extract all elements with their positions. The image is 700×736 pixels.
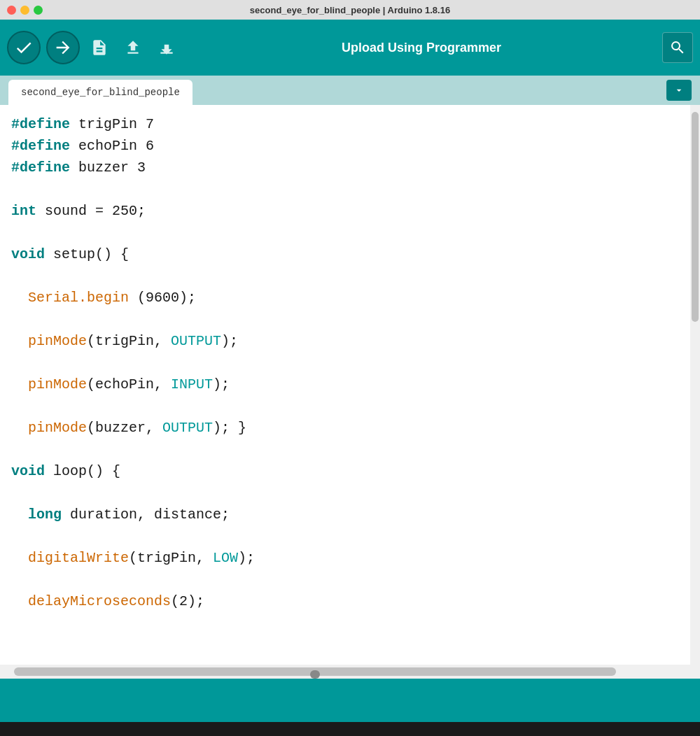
code-line-empty	[11, 395, 689, 417]
vertical-scrollbar[interactable]	[690, 105, 700, 665]
code-line: #define echoPin 6	[11, 135, 689, 157]
save-arrow-down-icon	[158, 38, 176, 57]
code-line-empty	[11, 222, 689, 243]
code-line: delayMicroseconds(2);	[11, 590, 689, 612]
vertical-scrollbar-thumb[interactable]	[692, 112, 699, 322]
code-line: Serial.begin (9600);	[11, 287, 689, 309]
checkmark-icon	[14, 38, 34, 57]
code-content: #define trigPin 7 #define echoPin 6 #def…	[0, 105, 700, 665]
code-line: pinMode(buzzer, OUTPUT); }	[11, 417, 689, 439]
bottom-black-panel	[0, 722, 700, 736]
code-line-empty	[11, 309, 689, 330]
open-arrow-up-icon	[124, 38, 142, 57]
maximize-button[interactable]	[34, 6, 43, 15]
code-line-empty	[11, 525, 689, 547]
window-title: second_eye_for_blind_people | Arduino 1.…	[250, 5, 450, 15]
document-icon	[90, 38, 108, 57]
toolbar: Upload Using Programmer	[0, 20, 700, 76]
code-line: pinMode(trigPin, OUTPUT);	[11, 330, 689, 352]
open-button[interactable]	[119, 34, 147, 62]
code-line-empty	[11, 178, 689, 200]
editor-area[interactable]: #define trigPin 7 #define echoPin 6 #def…	[0, 105, 700, 679]
active-tab[interactable]: second_eye_for_blind_people	[8, 80, 192, 105]
minimize-button[interactable]	[20, 6, 29, 15]
bottom-teal-panel	[0, 679, 700, 722]
horizontal-scrollbar-thumb[interactable]	[14, 667, 616, 676]
horizontal-scrollbar[interactable]	[0, 665, 700, 679]
window-controls[interactable]	[7, 6, 43, 15]
code-line-empty	[11, 569, 689, 590]
code-line-empty	[11, 439, 689, 460]
code-line: #define buzzer 3	[11, 157, 689, 178]
horizontal-scrollbar-indicator	[310, 670, 320, 679]
code-line: long duration, distance;	[11, 504, 689, 525]
search-button[interactable]	[662, 32, 693, 63]
tabs-dropdown-button[interactable]	[666, 80, 692, 101]
code-line-empty	[11, 265, 689, 287]
code-line: #define trigPin 7	[11, 113, 689, 135]
code-line: int sound = 250;	[11, 200, 689, 222]
close-button[interactable]	[7, 6, 16, 15]
code-line: digitalWrite(trigPin, LOW);	[11, 547, 689, 569]
search-icon	[669, 39, 686, 56]
new-sketch-button[interactable]	[85, 34, 113, 62]
tabs-bar: second_eye_for_blind_people	[0, 76, 700, 105]
code-line: void setup() {	[11, 243, 689, 265]
code-line-empty	[11, 352, 689, 374]
upload-button[interactable]	[46, 31, 80, 64]
toolbar-title: Upload Using Programmer	[186, 41, 657, 55]
chevron-down-icon	[673, 85, 685, 96]
code-line-empty	[11, 482, 689, 504]
upload-arrow-icon	[53, 38, 73, 57]
tab-label: second_eye_for_blind_people	[21, 87, 180, 98]
save-button[interactable]	[153, 34, 181, 62]
code-line: pinMode(echoPin, INPUT);	[11, 374, 689, 395]
title-bar: second_eye_for_blind_people | Arduino 1.…	[0, 0, 700, 20]
verify-button[interactable]	[7, 31, 41, 64]
code-line: void loop() {	[11, 460, 689, 482]
